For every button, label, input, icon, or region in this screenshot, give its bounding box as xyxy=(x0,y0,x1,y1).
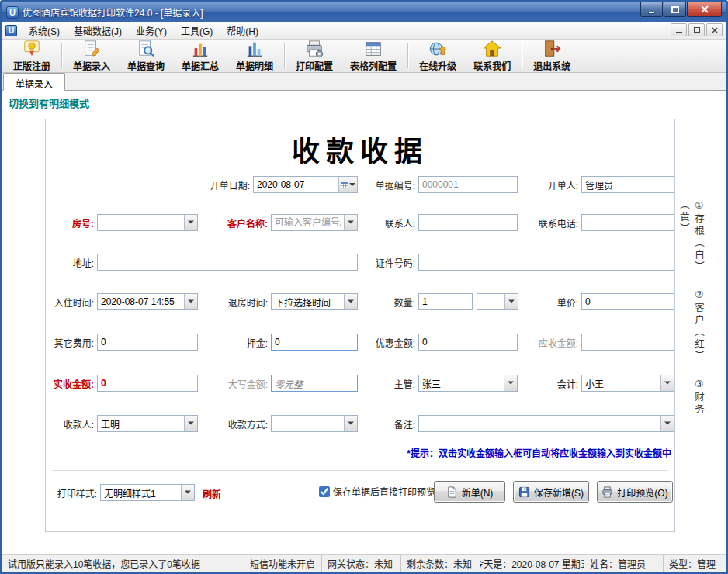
toolbar-register-button[interactable]: 正版注册 xyxy=(5,40,59,72)
toolbar-query-button[interactable]: 单据查询 xyxy=(119,40,173,72)
checkin-time-input[interactable] xyxy=(98,294,184,309)
double-click-tip-link[interactable]: *提示：双击实收金额输入框可自动将应收金额输入到实收金额中 xyxy=(407,446,671,459)
mdi-close-button[interactable] xyxy=(706,23,723,36)
chevron-down-icon[interactable] xyxy=(344,294,357,309)
deposit-input[interactable] xyxy=(271,334,358,351)
tab-entry[interactable]: 单据录入 xyxy=(3,73,65,91)
toolbar-print-config-button[interactable]: 打印配置 xyxy=(287,40,341,72)
mdi-restore-button[interactable] xyxy=(688,23,705,36)
accountant-combo[interactable] xyxy=(581,375,674,392)
discount-amount-input[interactable] xyxy=(418,334,518,351)
maximize-icon xyxy=(671,6,679,13)
amount-in-words-input[interactable] xyxy=(271,375,358,392)
chevron-down-icon[interactable] xyxy=(184,416,197,431)
other-fee-label: 其它费用: xyxy=(46,336,94,349)
status-gateway: 网关状态：未知 xyxy=(322,555,401,572)
toolbar-exit-button[interactable]: 退出系统 xyxy=(525,40,579,72)
supervisor-combo[interactable] xyxy=(418,375,518,392)
print-style-combo[interactable] xyxy=(100,484,195,501)
supervisor-input[interactable] xyxy=(419,375,504,391)
checkout-time-combo[interactable] xyxy=(271,293,358,310)
minimize-button[interactable] xyxy=(640,2,663,17)
new-bill-button[interactable]: 新单(N) xyxy=(434,481,505,503)
bill-no-label: 单据编号: xyxy=(361,178,415,192)
chevron-down-icon[interactable] xyxy=(184,294,197,309)
field-receivable-amount: 应收金额: xyxy=(521,334,674,351)
chevron-down-icon[interactable] xyxy=(660,375,674,391)
form-title: 收款收据 xyxy=(46,129,674,169)
print-preview-checkbox[interactable] xyxy=(319,486,330,497)
bill-date-input[interactable] xyxy=(254,177,338,192)
menu-basedata[interactable]: 基础数据(J) xyxy=(67,22,129,40)
other-fee-input[interactable] xyxy=(97,334,198,351)
save-new-button[interactable]: 保存新增(S) xyxy=(513,481,589,503)
print-preview-button[interactable]: 打印预览(O) xyxy=(597,481,673,503)
mdi-minimize-button[interactable] xyxy=(671,23,687,36)
receivable-amount-input[interactable] xyxy=(581,334,674,351)
contact-label: 联系人: xyxy=(361,216,415,230)
menu-system[interactable]: 系统(S) xyxy=(22,22,67,40)
received-amount-input[interactable] xyxy=(97,375,198,392)
refresh-link[interactable]: 刷新 xyxy=(203,487,221,500)
operator-label: 开单人: xyxy=(521,178,578,192)
field-bill-no: 单据编号: xyxy=(361,176,518,193)
summary-icon xyxy=(191,40,210,58)
field-accountant: 会计: xyxy=(521,375,674,392)
status-user-type: 类型：管理 xyxy=(664,555,726,572)
chevron-down-icon[interactable] xyxy=(504,375,517,391)
quantity-unit-combo[interactable] xyxy=(477,293,518,310)
remark-input[interactable] xyxy=(419,416,660,431)
contact-input[interactable] xyxy=(418,214,518,231)
field-operator: 开单人: xyxy=(521,176,674,193)
toolbar-table-config-button[interactable]: 表格列配置 xyxy=(341,40,405,72)
chevron-down-icon[interactable] xyxy=(660,416,674,431)
quantity-unit-input[interactable] xyxy=(477,294,504,309)
toolbar-detail-button[interactable]: 单据明细 xyxy=(227,40,282,72)
bill-date-combo[interactable] xyxy=(253,176,358,193)
maximize-button[interactable] xyxy=(664,2,686,17)
remark-combo[interactable] xyxy=(418,415,674,432)
field-customer: 客户名称: xyxy=(201,214,358,231)
switch-mode-link[interactable]: 切换到有明细模式 xyxy=(9,95,89,110)
quantity-input[interactable] xyxy=(418,293,473,310)
payee-combo[interactable] xyxy=(97,415,198,432)
close-button[interactable] xyxy=(687,2,722,17)
chevron-down-icon[interactable] xyxy=(184,215,197,230)
unit-price-input[interactable] xyxy=(581,293,674,310)
calendar-dropdown-icon[interactable] xyxy=(338,177,357,192)
customer-combo[interactable] xyxy=(271,214,358,231)
menu-tools[interactable]: 工具(G) xyxy=(174,22,220,40)
id-number-input[interactable] xyxy=(418,254,674,271)
bill-no-input[interactable] xyxy=(418,176,518,193)
field-supervisor: 主管: xyxy=(361,375,518,392)
contact-icon xyxy=(483,40,501,58)
menu-help[interactable]: 帮助(H) xyxy=(220,22,265,40)
toolbar-upgrade-button[interactable]: 在线升级 xyxy=(411,40,465,72)
toolbar-summary-button[interactable]: 单据汇总 xyxy=(173,40,227,72)
toolbar: 正版注册 单据录入 单据查询 单据汇总 单据明细 打印配置 表格列配置 xyxy=(2,40,726,73)
chevron-down-icon[interactable] xyxy=(504,294,518,309)
chevron-down-icon[interactable] xyxy=(344,215,357,230)
status-sms: 短信功能未开启 xyxy=(244,555,322,572)
room-no-combo[interactable] xyxy=(97,214,198,231)
payee-input[interactable] xyxy=(98,416,184,431)
chevron-down-icon[interactable] xyxy=(344,416,357,431)
payment-method-input[interactable] xyxy=(272,416,344,431)
menu-business[interactable]: 业务(Y) xyxy=(129,22,174,40)
chevron-down-icon[interactable] xyxy=(181,485,194,500)
print-preview-checkbox-row: 保存单据后直接打印预览 xyxy=(319,485,435,498)
toolbar-entry-button[interactable]: 单据录入 xyxy=(64,40,119,72)
customer-input[interactable] xyxy=(272,215,344,230)
operator-input[interactable] xyxy=(581,176,674,193)
accountant-input[interactable] xyxy=(582,375,660,391)
room-no-input[interactable] xyxy=(98,215,184,230)
checkout-time-input[interactable] xyxy=(272,294,344,309)
print-style-input[interactable] xyxy=(101,485,181,500)
toolbar-contact-button[interactable]: 联系我们 xyxy=(465,40,519,72)
tab-bar: 单据录入 xyxy=(2,73,726,91)
field-checkout-time: 退房时间: xyxy=(201,293,358,310)
phone-input[interactable] xyxy=(581,214,674,231)
address-input[interactable] xyxy=(97,254,358,271)
checkin-time-combo[interactable] xyxy=(97,293,198,310)
payment-method-combo[interactable] xyxy=(271,415,358,432)
